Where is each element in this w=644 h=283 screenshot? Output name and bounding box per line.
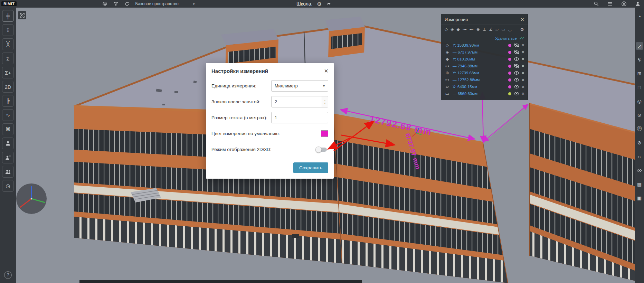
measure-axis-icon: ⊕: [476, 27, 480, 32]
navigation-gizmo[interactable]: [16, 183, 47, 214]
delete-all-button[interactable]: Удалить все: [495, 36, 517, 40]
measure-y-button[interactable]: ◇: [444, 27, 448, 31]
measurement-delete-button[interactable]: ×: [522, 77, 524, 82]
measure-diag-button[interactable]: ◈: [450, 27, 454, 31]
visibility-button[interactable]: [636, 167, 643, 174]
tool-plugins[interactable]: ⌘: [2, 123, 14, 135]
profile-button[interactable]: [635, 1, 641, 7]
measurements-panel-header: Измерения ×: [441, 14, 528, 25]
measurement-visibility-button[interactable]: [514, 49, 519, 55]
close-icon: ×: [522, 70, 524, 76]
measurement-delete-button[interactable]: ×: [522, 84, 524, 89]
measurement-type-icon: ◈: [444, 50, 450, 55]
windows-button[interactable]: ⊞: [636, 70, 643, 77]
tool-person[interactable]: [2, 138, 14, 149]
question-icon: ?: [7, 273, 9, 277]
app-logo: BiMiT: [1, 1, 17, 6]
measurement-visibility-button[interactable]: [514, 91, 519, 96]
app-window: 12792.68 mm 6737.97 mm BiMiT Базовое про…: [0, 0, 644, 283]
topbar-right-group: [594, 0, 641, 8]
measure-perp-button[interactable]: ⊥: [482, 27, 487, 31]
search-button[interactable]: [594, 1, 599, 7]
tool-person-task[interactable]: [2, 152, 14, 163]
collaboration-button[interactable]: [113, 1, 119, 7]
measurement-color-button[interactable]: [508, 85, 511, 88]
measure-angle-button[interactable]: ∠: [488, 27, 493, 31]
measurement-settings-button[interactable]: ⚙: [519, 27, 525, 32]
measure-rect-button[interactable]: ▭: [501, 27, 506, 31]
print-button[interactable]: [102, 1, 107, 7]
measurement-visibility-button[interactable]: [514, 70, 519, 76]
tool-team[interactable]: [2, 166, 14, 178]
measure-button[interactable]: ◿: [636, 42, 643, 50]
unit-select[interactable]: Миллиметр ▾: [271, 80, 328, 92]
measurement-delete-button[interactable]: ×: [522, 70, 524, 75]
color-dot-icon: [508, 51, 511, 54]
eye-icon: [637, 168, 642, 173]
sync-button[interactable]: [124, 1, 130, 7]
display-mode-toggle[interactable]: [316, 148, 327, 152]
measure-point-point-button[interactable]: ⊷: [469, 27, 474, 31]
measurement-color-button[interactable]: [508, 44, 511, 47]
tool-sum-add[interactable]: Σ+: [2, 67, 14, 78]
measure-edge-button[interactable]: ◆: [456, 27, 460, 31]
tool-graph[interactable]: ∿: [2, 109, 14, 121]
measurement-row: ⊕ Y: 12739.68мм ×: [441, 69, 528, 76]
account-button[interactable]: [621, 1, 627, 7]
tool-structure[interactable]: ┣: [2, 95, 14, 107]
text-size-label: Размер текста (в метрах):: [211, 115, 267, 120]
parking-button[interactable]: Ⓟ: [636, 125, 643, 133]
measurement-color-button[interactable]: [508, 72, 511, 75]
measurement-delete-button[interactable]: ×: [522, 57, 524, 62]
point-button[interactable]: ⊙: [636, 111, 643, 119]
dialog-close-button[interactable]: ×: [324, 67, 328, 74]
cube-button[interactable]: ▣: [636, 194, 643, 202]
measurement-visibility-button[interactable]: [514, 77, 519, 83]
measurement-visibility-button[interactable]: [514, 56, 519, 62]
bolt-button[interactable]: ↯: [636, 56, 643, 64]
default-color-swatch[interactable]: [321, 130, 328, 137]
measure-point-line-button[interactable]: ⊶: [462, 27, 467, 31]
help-button[interactable]: ?: [4, 271, 12, 279]
measure-axis-button[interactable]: ⊕: [476, 27, 481, 31]
menu-button[interactable]: [607, 1, 613, 7]
tool-intersect[interactable]: ╳: [2, 38, 14, 50]
text-size-input[interactable]: 1: [271, 112, 328, 123]
measurement-visibility-button[interactable]: [514, 84, 519, 89]
measurement-delete-button[interactable]: ×: [522, 64, 524, 68]
box-button[interactable]: □: [636, 84, 643, 91]
share-button[interactable]: [326, 1, 331, 7]
decimals-input[interactable]: 2 ▴ ▾: [271, 96, 328, 107]
project-settings-button[interactable]: ⚙: [317, 1, 321, 7]
tool-sum[interactable]: Σ: [2, 53, 14, 64]
measurement-visibility-button[interactable]: [514, 63, 519, 69]
number-stepper[interactable]: ▴ ▾: [322, 96, 328, 107]
tool-point-probe[interactable]: ↧: [2, 24, 14, 36]
measurement-delete-button[interactable]: ×: [522, 43, 524, 48]
color-dot-icon: [508, 72, 511, 75]
tool-2d-mode[interactable]: 2D: [2, 81, 14, 93]
tool-gauge[interactable]: ◷: [2, 180, 14, 192]
target-button[interactable]: ◎: [636, 97, 643, 105]
measurement-color-button[interactable]: [508, 92, 511, 95]
grid-button[interactable]: ▦: [636, 180, 643, 188]
close-icon: ×: [522, 63, 524, 69]
magnet-button[interactable]: ∩: [636, 153, 643, 160]
section-button[interactable]: ⊘: [636, 139, 643, 147]
workspace-selector[interactable]: Базовое пространство ▾: [135, 1, 195, 6]
measurement-color-button[interactable]: [508, 51, 511, 54]
measurement-value: — 6569.60мм: [453, 92, 506, 96]
measurement-delete-button[interactable]: ×: [522, 91, 524, 96]
navigator-button[interactable]: ◔: [636, 13, 643, 21]
measurement-color-button[interactable]: [508, 58, 511, 61]
measurement-visibility-button[interactable]: [514, 43, 519, 48]
measurements-panel-close-button[interactable]: ×: [521, 17, 524, 22]
frame-view-button[interactable]: [18, 11, 26, 19]
save-button[interactable]: Сохранить: [293, 162, 328, 173]
measurement-color-button[interactable]: [508, 78, 511, 82]
measurement-color-button[interactable]: [508, 65, 511, 68]
tool-dimensions[interactable]: ╪: [2, 10, 14, 22]
measurement-delete-button[interactable]: ×: [522, 50, 524, 55]
measure-area-button[interactable]: ▱: [495, 27, 499, 31]
measure-arc-button[interactable]: ◡: [508, 27, 512, 31]
